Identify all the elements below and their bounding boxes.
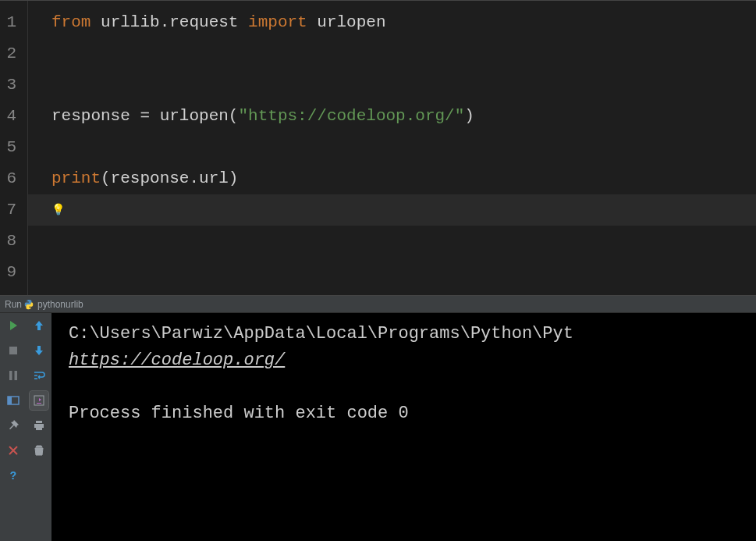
line-number: 7 <box>5 194 16 226</box>
code-line[interactable] <box>51 257 756 288</box>
console-command-line: C:\Users\Parwiz\AppData\Local\Programs\P… <box>69 324 573 343</box>
line-number: 1 <box>5 7 16 38</box>
code-line-current[interactable]: 💡 <box>28 194 756 226</box>
svg-rect-0 <box>9 347 17 354</box>
print-button[interactable] <box>30 416 48 435</box>
run-tool-window-header[interactable]: Run pythonurlib <box>0 296 756 313</box>
code-line[interactable] <box>51 69 756 101</box>
code-editor: 1 2 3 4 5 6 7 8 9 from urllib.request im… <box>0 0 756 296</box>
rerun-button[interactable] <box>4 316 23 335</box>
line-number: 4 <box>5 101 16 132</box>
soft-wrap-button[interactable] <box>30 366 48 385</box>
scroll-to-end-button[interactable] <box>30 391 48 410</box>
code-line[interactable]: response = urlopen("https://codeloop.org… <box>51 101 756 132</box>
up-button[interactable] <box>30 316 48 335</box>
clear-all-button[interactable] <box>30 441 48 460</box>
line-number-gutter: 1 2 3 4 5 6 7 8 9 <box>0 1 28 295</box>
line-number: 8 <box>5 226 16 257</box>
intention-bulb-icon[interactable]: 💡 <box>51 204 65 216</box>
line-number: 3 <box>5 69 16 101</box>
code-text-area[interactable]: from urllib.request import urlopen respo… <box>28 1 756 295</box>
code-line[interactable] <box>51 226 756 257</box>
stop-button[interactable] <box>4 341 23 360</box>
run-tool-window: ? C:\Users\Parwiz\AppData\Local\Programs… <box>0 313 756 541</box>
svg-text:?: ? <box>10 470 16 482</box>
pause-button[interactable] <box>4 366 23 385</box>
code-line[interactable]: from urllib.request import urlopen <box>51 7 756 38</box>
run-header-label: Run <box>5 299 22 310</box>
run-tool-column-right <box>27 313 51 541</box>
pin-button[interactable] <box>4 416 23 435</box>
code-line[interactable]: print(response.url) <box>51 163 756 194</box>
code-line[interactable] <box>51 132 756 163</box>
svg-rect-2 <box>15 371 18 380</box>
line-number: 5 <box>5 132 16 163</box>
svg-rect-1 <box>9 371 12 380</box>
console-url-link[interactable]: https://codeloop.org/ <box>69 351 285 370</box>
svg-rect-4 <box>8 397 12 404</box>
console-exit-line: Process finished with exit code 0 <box>69 404 409 423</box>
run-config-name: pythonurlib <box>37 299 83 310</box>
console-output[interactable]: C:\Users\Parwiz\AppData\Local\Programs\P… <box>51 313 756 541</box>
help-button[interactable]: ? <box>4 466 23 485</box>
run-tool-column-left: ? <box>0 313 27 541</box>
line-number: 2 <box>5 38 16 69</box>
python-icon <box>23 299 34 310</box>
code-line[interactable] <box>51 38 756 69</box>
down-button[interactable] <box>30 341 48 360</box>
line-number: 6 <box>5 163 16 194</box>
line-number: 9 <box>5 257 16 288</box>
close-button[interactable] <box>4 441 23 460</box>
layout-button[interactable] <box>4 391 23 410</box>
